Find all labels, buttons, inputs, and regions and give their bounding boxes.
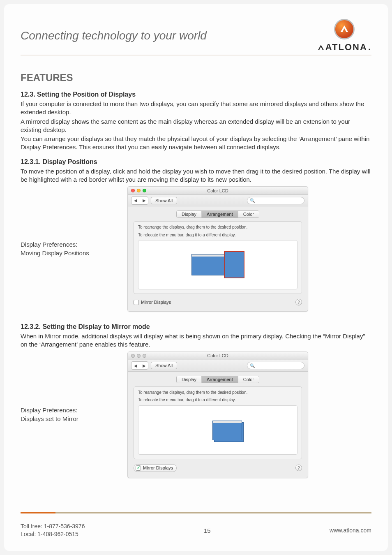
checkbox-unchecked-icon[interactable] bbox=[134, 300, 139, 305]
search-input[interactable]: 🔍 bbox=[247, 197, 304, 204]
mirror-displays-label: Mirror Displays bbox=[141, 300, 171, 305]
show-all-button[interactable]: Show All bbox=[151, 362, 177, 369]
nav-forward-icon[interactable]: ▶ bbox=[140, 197, 148, 204]
panel-instruction-1: To rearrange the displays, drag them to … bbox=[138, 390, 297, 395]
footer-accent bbox=[21, 512, 371, 513]
heading-12-3-2: 12.3.2. Setting the Display to Mirror mo… bbox=[21, 323, 371, 331]
para-12-3-a: If your computer is connected to more th… bbox=[21, 100, 371, 117]
footer-url: www.atlona.com bbox=[330, 527, 371, 534]
mirror-displays-checkbox[interactable]: Mirror Displays bbox=[134, 300, 171, 305]
display-primary[interactable] bbox=[212, 421, 242, 440]
help-button[interactable]: ? bbox=[295, 299, 302, 305]
para-12-3-2: When in Mirror mode, additional displays… bbox=[21, 332, 371, 349]
footer-contact: Toll free: 1-877-536-3976 Local: 1-408-9… bbox=[21, 523, 85, 539]
nav-back-icon[interactable]: ◀ bbox=[131, 197, 140, 204]
search-icon: 🔍 bbox=[250, 363, 255, 368]
nav-forward-icon[interactable]: ▶ bbox=[140, 362, 148, 369]
show-all-button[interactable]: Show All bbox=[151, 197, 177, 204]
arrangement-canvas[interactable] bbox=[138, 240, 297, 289]
window-title: Color LCD bbox=[128, 188, 308, 193]
tab-display[interactable]: Display bbox=[177, 376, 201, 383]
heading-12-3: 12.3. Setting the Position of Displays bbox=[21, 91, 371, 98]
fig1-line2: Moving Display Positions bbox=[21, 249, 115, 257]
screenshot-display-prefs-moving: Color LCD ◀ ▶ Show All 🔍 Display Arrange… bbox=[127, 186, 308, 312]
tab-arrangement[interactable]: Arrangement bbox=[201, 376, 238, 383]
para-12-3-1: To move the position of a display, click… bbox=[21, 167, 371, 184]
brand-mark-icon bbox=[334, 19, 355, 39]
brand-logo: ATLONA. bbox=[317, 19, 371, 53]
nav-back-icon[interactable]: ◀ bbox=[131, 362, 140, 369]
arrangement-canvas[interactable] bbox=[138, 405, 297, 455]
tabs-segmented[interactable]: Display Arrangement Color bbox=[176, 376, 259, 383]
brand-wordmark: ATLONA. bbox=[317, 42, 371, 53]
panel-instruction-2: To relocate the menu bar, drag it to a d… bbox=[138, 233, 297, 238]
screenshot-display-prefs-mirror: Color LCD ◀ ▶ Show All 🔍 Display Arrange… bbox=[127, 352, 308, 478]
section-title-features: FEATURES bbox=[21, 72, 371, 83]
nav-back-forward[interactable]: ◀ ▶ bbox=[131, 197, 148, 205]
figure-caption-2: Display Preferences: Displays set to Mir… bbox=[21, 406, 115, 423]
para-12-3-b: A mirrored display shows the same conten… bbox=[21, 118, 371, 134]
footer-local: Local: 1-408-962-0515 bbox=[21, 530, 85, 539]
tab-display[interactable]: Display bbox=[177, 211, 201, 217]
tabs-segmented[interactable]: Display Arrangement Color bbox=[176, 210, 259, 218]
mirror-displays-checkbox[interactable]: Mirror Displays bbox=[134, 464, 177, 472]
footer-tollfree: Toll free: 1-877-536-3976 bbox=[21, 523, 85, 531]
mirror-displays-label: Mirror Displays bbox=[143, 465, 173, 470]
tab-color[interactable]: Color bbox=[238, 376, 259, 383]
search-icon: 🔍 bbox=[250, 198, 255, 203]
para-12-3-c: You can arrange your displays so that th… bbox=[21, 135, 371, 152]
help-button[interactable]: ? bbox=[295, 465, 302, 471]
fig1-line1: Display Preferences: bbox=[21, 240, 115, 249]
heading-12-3-1: 12.3.1. Display Positions bbox=[21, 158, 371, 166]
tab-color[interactable]: Color bbox=[238, 211, 259, 217]
search-input[interactable]: 🔍 bbox=[247, 362, 304, 369]
figure-caption-1: Display Preferences: Moving Display Posi… bbox=[21, 240, 115, 257]
panel-instruction-2: To relocate the menu bar, drag it to a d… bbox=[138, 398, 297, 403]
panel-instruction-1: To rearrange the displays, drag them to … bbox=[138, 225, 297, 230]
window-title: Color LCD bbox=[128, 353, 308, 358]
fig2-line1: Display Preferences: bbox=[21, 406, 115, 414]
tab-arrangement[interactable]: Arrangement bbox=[201, 211, 238, 217]
nav-back-forward[interactable]: ◀ ▶ bbox=[131, 361, 148, 370]
display-secondary-selected[interactable] bbox=[224, 251, 244, 278]
brand-name: ATLONA bbox=[325, 42, 367, 53]
checkbox-checked-icon[interactable] bbox=[136, 465, 141, 471]
display-primary[interactable] bbox=[191, 254, 224, 275]
fig2-line2: Displays set to Mirror bbox=[21, 415, 115, 423]
header-tagline: Connecting technology to your world bbox=[21, 29, 207, 42]
page-number: 15 bbox=[85, 527, 330, 534]
